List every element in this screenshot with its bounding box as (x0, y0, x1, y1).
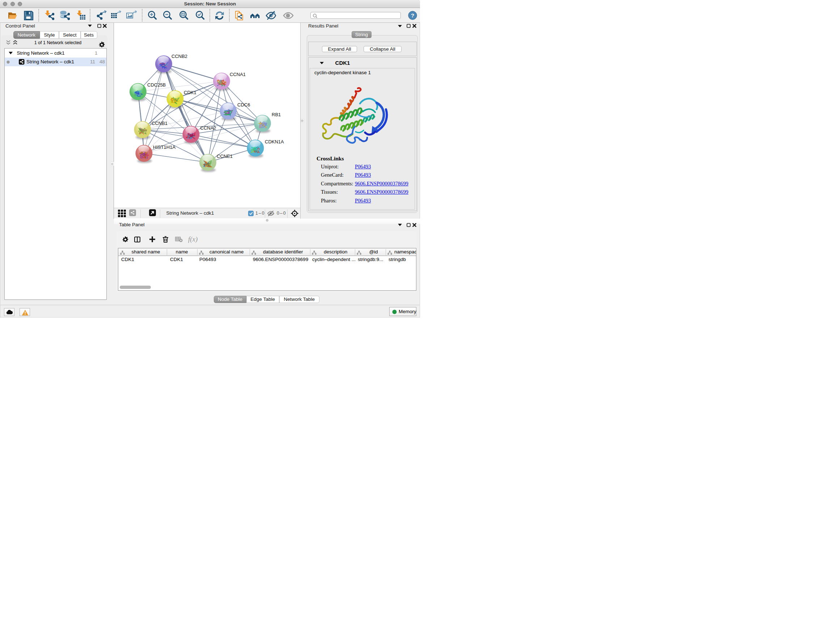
svg-text:CCNA1: CCNA1 (230, 72, 246, 77)
svg-text:CCNA2: CCNA2 (201, 125, 216, 131)
svg-text:CDC6: CDC6 (237, 102, 250, 108)
svg-text:CDC25B: CDC25B (147, 82, 166, 88)
svg-text:CDKN1A: CDKN1A (265, 139, 284, 144)
svg-text:CCNB1: CCNB1 (152, 120, 167, 126)
svg-text:HIST1H1A: HIST1H1A (153, 144, 175, 150)
svg-text:CCNB2: CCNB2 (172, 54, 187, 59)
svg-text:?: ? (411, 12, 414, 19)
svg-text:CDK1: CDK1 (184, 90, 196, 95)
svg-text:CCNE1: CCNE1 (217, 154, 233, 159)
svg-text:RB1: RB1 (272, 112, 281, 117)
